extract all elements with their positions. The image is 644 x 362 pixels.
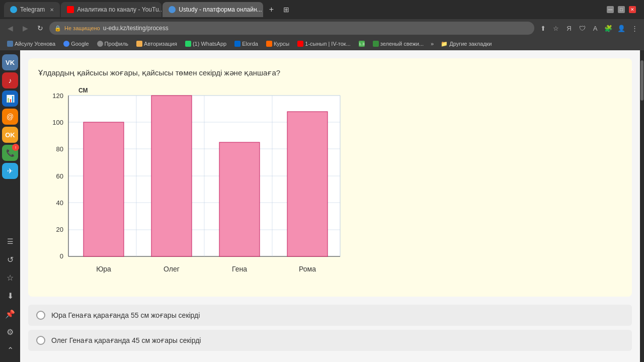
answers-section: Юра Генаға қарағанда 55 см жоғары секірд… — [28, 305, 632, 351]
close-button[interactable]: ✕ — [629, 6, 636, 13]
bookmark-kursy[interactable]: Курсы — [263, 40, 292, 48]
num-bookmark-icon: 1.3 — [359, 41, 365, 47]
address-bar[interactable]: 🔒 Не защищено u-edu.kz/testing/process — [49, 22, 534, 35]
bar-gena — [219, 142, 260, 256]
bookmark-num[interactable]: 1.3 — [356, 40, 368, 48]
google-bookmark-icon — [63, 41, 69, 47]
sidebar-mail-icon[interactable]: @ — [2, 109, 18, 125]
auth-bookmark-icon — [136, 41, 142, 47]
sidebar-settings-icon[interactable]: ⚙ — [2, 324, 18, 340]
svg-text:0: 0 — [60, 252, 63, 260]
bookmark-youtube-label: 1-сынып | IV-ток... — [305, 41, 351, 47]
browser-chrome: Telegram ✕ Аналитика по каналу - YouTu..… — [0, 0, 644, 50]
bookmark-profile[interactable]: Профиль — [94, 40, 132, 48]
svg-text:Гена: Гена — [232, 265, 247, 273]
bookmark-elorda[interactable]: Elorda — [231, 40, 261, 48]
translate-icon[interactable]: A — [590, 23, 601, 34]
nav-bar: ◀ ▶ ↻ 🔒 Не защищено u-edu.kz/testing/pro… — [0, 19, 644, 37]
right-scrollbar[interactable] — [640, 50, 644, 362]
other-bookmarks-folder[interactable]: 📁 Другие закладки — [438, 40, 495, 48]
svg-text:60: 60 — [56, 172, 63, 180]
svg-text:Юра: Юра — [96, 265, 111, 273]
sidebar-telegram-icon[interactable]: ✈ — [2, 163, 18, 179]
svg-text:40: 40 — [56, 199, 63, 207]
bookmarks-bar: Айсулу Усенова Google Профиль Авторизаци… — [0, 37, 644, 50]
back-button[interactable]: ◀ — [4, 22, 16, 34]
bookmark-youtube[interactable]: 1-сынып | IV-ток... — [294, 40, 354, 48]
sidebar-music-icon[interactable]: ♪ — [2, 72, 18, 88]
ustudy-tab-icon — [169, 6, 176, 13]
profile-icon[interactable]: 👤 — [616, 23, 627, 34]
left-sidebar: VK ♪ 📊 @ OK 📞 ! ✈ ☰ ↺ ☆ ⬇ 📌 ⚙ ⌃ — [0, 50, 20, 362]
reload-button[interactable]: ↻ — [34, 22, 46, 34]
chart-wrapper: 120 100 80 60 40 20 0 СМ — [38, 85, 622, 287]
bar-chart: 120 100 80 60 40 20 0 СМ — [38, 85, 360, 287]
sidebar-vk-icon[interactable]: VK — [2, 54, 18, 70]
whatsapp-bookmark-icon — [185, 41, 191, 47]
svg-text:80: 80 — [56, 145, 63, 153]
svg-text:100: 100 — [52, 119, 63, 126]
minimize-button[interactable]: — — [607, 6, 614, 13]
content-area: Ұлдардың қайсысы жоғары, қайсысы төмен с… — [20, 50, 640, 362]
tab-youtube[interactable]: Аналитика по каналу - YouTu... ✕ — [61, 2, 162, 17]
sidebar-phone-icon[interactable]: 📞 ! — [2, 145, 18, 161]
bookmark-auth-label: Авторизация — [144, 41, 177, 47]
share-icon[interactable]: ⬆ — [537, 23, 548, 34]
new-tab-button[interactable]: + — [264, 3, 278, 17]
forward-button[interactable]: ▶ — [19, 22, 31, 34]
answer-option-1[interactable]: Юра Генаға қарағанда 55 см жоғары секірд… — [28, 305, 632, 326]
manage-tabs-button[interactable]: ⊞ — [279, 3, 293, 17]
nav-actions: ⬆ ☆ Я 🛡 A 🧩 👤 ⋮ — [537, 23, 640, 34]
menu-icon[interactable]: ⋮ — [629, 23, 640, 34]
sidebar-analytics-icon[interactable]: 📊 — [2, 90, 18, 107]
bookmark-айсулу[interactable]: Айсулу Усенова — [4, 40, 58, 48]
bookmark-google[interactable]: Google — [60, 40, 92, 48]
answer-text-1: Юра Генаға қарағанда 55 см жоғары секірд… — [51, 311, 200, 319]
bookmark-whatsapp[interactable]: (1) WhatsApp — [182, 40, 229, 48]
green-bookmark-icon — [373, 41, 379, 47]
lock-icon: 🔒 — [54, 25, 61, 32]
tab-ustudy[interactable]: Ustudy - платформа онлайн... ✕ — [163, 2, 263, 17]
answer-radio-1[interactable] — [36, 311, 45, 320]
bar-roma — [287, 112, 328, 256]
question-text: Ұлдардың қайсысы жоғары, қайсысы төмен с… — [38, 68, 622, 77]
sidebar-list-icon[interactable]: ☰ — [2, 233, 18, 249]
tab-bar: Telegram ✕ Аналитика по каналу - YouTu..… — [0, 0, 644, 19]
tab-telegram[interactable]: Telegram ✕ — [4, 2, 60, 17]
chart-container: 120 100 80 60 40 20 0 СМ — [38, 85, 360, 287]
shield-icon[interactable]: 🛡 — [577, 23, 588, 34]
tab-telegram-label: Telegram — [20, 6, 45, 13]
sidebar-star-icon[interactable]: ☆ — [2, 269, 18, 286]
address-prefix: Не защищено — [64, 25, 100, 31]
sidebar-collapse-icon[interactable]: ⌃ — [2, 342, 18, 358]
maximize-button[interactable]: □ — [618, 6, 625, 13]
window-controls: — □ ✕ — [607, 6, 640, 13]
extensions-icon[interactable]: 🧩 — [603, 23, 614, 34]
folder-icon: 📁 — [441, 41, 448, 47]
more-bookmarks-button[interactable]: » — [429, 40, 436, 48]
youtube-tab-icon — [67, 6, 74, 13]
answer-radio-2[interactable] — [36, 336, 45, 345]
tab-youtube-label: Аналитика по каналу - YouTu... — [77, 6, 162, 13]
bookmark-icon[interactable]: ☆ — [550, 23, 561, 34]
bookmark-green[interactable]: зеленый свежи... — [370, 40, 427, 48]
sidebar-history-icon[interactable]: ↺ — [2, 251, 18, 267]
yandex-icon[interactable]: Я — [564, 23, 575, 34]
bookmark-whatsapp-label: (1) WhatsApp — [193, 41, 226, 47]
answer-text-2: Олег Генаға қарағанда 45 см жоғары секір… — [51, 336, 201, 344]
sidebar-pin-icon[interactable]: 📌 — [2, 306, 18, 322]
question-container: Ұлдардың қайсысы жоғары, қайсысы төмен с… — [28, 58, 632, 297]
profile-bookmark-icon — [97, 41, 103, 47]
tab-telegram-close[interactable]: ✕ — [50, 7, 54, 13]
bookmark-auth[interactable]: Авторизация — [133, 40, 180, 48]
notification-badge: ! — [12, 144, 19, 151]
other-bookmarks-label: Другие закладки — [449, 41, 492, 47]
bookmark-profile-label: Профиль — [105, 41, 129, 47]
vk-bookmark-icon — [7, 41, 13, 47]
sidebar-download-icon[interactable]: ⬇ — [2, 288, 18, 304]
scroll-thumb[interactable] — [640, 60, 643, 101]
answer-option-2[interactable]: Олег Генаға қарағанда 45 см жоғары секір… — [28, 330, 632, 351]
svg-text:20: 20 — [56, 226, 63, 233]
telegram-tab-icon — [10, 6, 17, 13]
sidebar-ok-icon[interactable]: OK — [2, 127, 18, 143]
